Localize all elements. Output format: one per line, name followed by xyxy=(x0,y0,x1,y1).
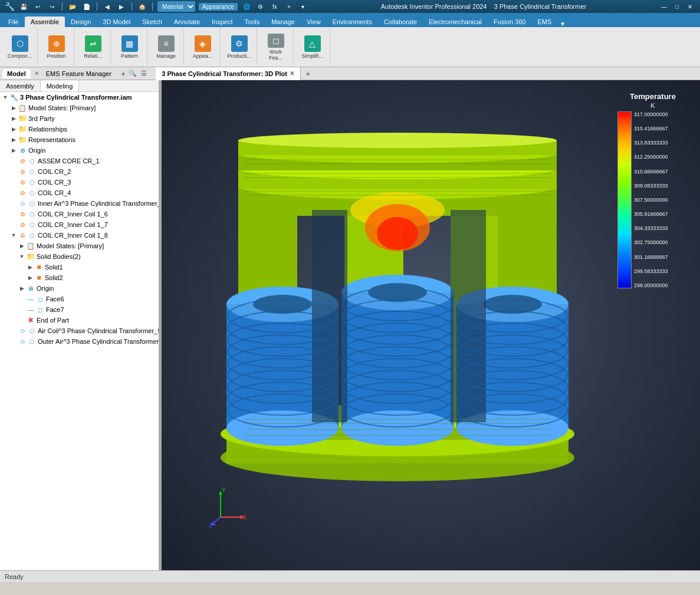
tab-sketch[interactable]: Sketch xyxy=(136,17,168,27)
minimize-btn[interactable]: — xyxy=(659,1,669,12)
tree-item-inner-air[interactable]: ⚙ ⬡ Inner Air^3 Phase Cylindrical Transf… xyxy=(0,198,159,209)
panel-tab-add[interactable]: + xyxy=(121,69,126,78)
gear-icon[interactable]: ⚙ xyxy=(255,1,266,12)
tab-file[interactable]: File xyxy=(2,17,25,27)
appearance-button[interactable]: ◈ Appea... xyxy=(190,33,216,61)
fx-btn[interactable]: fx xyxy=(270,1,280,12)
tree-item-origin2[interactable]: ▶ ⊕ Origin xyxy=(0,283,159,294)
tree-item-origin[interactable]: ▶ ⊕ Origin xyxy=(0,145,159,156)
separator xyxy=(62,2,63,11)
tree-item-model-states[interactable]: ▶ 📋 Model States: [Primary] xyxy=(0,103,159,113)
menu-panel-icon[interactable]: ☰ xyxy=(139,69,149,78)
tree-item-face7[interactable]: — ◻ Face7 xyxy=(0,304,159,315)
lp-tab-assembly[interactable]: Assembly xyxy=(0,80,41,91)
tab-manage[interactable]: Manage xyxy=(265,17,301,27)
component-button[interactable]: ⬡ Compon... xyxy=(7,33,33,61)
productivity-button[interactable]: ⚙ Producti... xyxy=(226,33,252,61)
expander-solid1[interactable]: ▶ xyxy=(26,264,34,270)
back-icon[interactable]: ◀ xyxy=(102,1,113,12)
tree-item-representations[interactable]: ▶ 📁 Representations xyxy=(0,134,159,145)
icon-3rdparty: 📁 xyxy=(18,114,27,123)
expander-model-states2[interactable]: ▶ xyxy=(18,243,26,249)
open-icon[interactable]: 📂 xyxy=(67,1,78,12)
tab-fusion360[interactable]: Fusion 360 xyxy=(488,17,531,27)
temp-labels: 317.00000000 315.41666667 313.83333333 3… xyxy=(632,111,668,288)
maximize-btn[interactable]: □ xyxy=(672,1,682,12)
tab-environments[interactable]: Environments xyxy=(327,17,378,27)
label-end-of-part: End of Part xyxy=(35,317,69,324)
icon-coil-cr4b: ⬡ xyxy=(27,188,37,198)
tree-item-coil-cr3[interactable]: ⚙ ⬡ COIL CR_3 xyxy=(0,177,159,188)
tab-inspect[interactable]: Inspect xyxy=(206,17,238,27)
home-icon[interactable]: 🏠 xyxy=(137,1,147,12)
tab-collaborate[interactable]: Collaborate xyxy=(378,17,423,27)
app-name: Autodesk Inventor Professional 2024 xyxy=(381,3,487,10)
tree-item-outer-air[interactable]: ⚙ ⬡ Outer Air^3 Phase Cylindrical Transf… xyxy=(0,336,159,347)
expander-coil-inner3[interactable]: ▼ xyxy=(9,232,18,238)
tree-item-coil-inner1[interactable]: ⚙ ⬡ COIL CR_Inner Coil 1_6 xyxy=(0,209,159,219)
expander-solid2[interactable]: ▶ xyxy=(26,275,34,281)
tree-item-relationships[interactable]: ▶ 📁 Relationships xyxy=(0,124,159,134)
position-button[interactable]: ⊕ Position xyxy=(44,33,70,61)
tree-item-coil-inner3[interactable]: ▼ ⚙ ⬡ COIL CR_Inner Coil 1_8 xyxy=(0,230,159,241)
ribbon-extra-dropdown[interactable]: ▼ xyxy=(560,21,566,27)
tree-item-coil-inner2[interactable]: ⚙ ⬡ COIL CR_Inner Coil 1_7 xyxy=(0,219,159,230)
expander-root[interactable]: ▼ xyxy=(1,94,9,100)
tab-view[interactable]: View xyxy=(301,17,327,27)
tree-item-coil-cr2[interactable]: ⚙ ⬡ COIL CR_2 xyxy=(0,166,159,177)
expander-3rdparty[interactable]: ▶ xyxy=(9,116,18,121)
tab-design[interactable]: Design xyxy=(65,17,97,27)
tree-item-root[interactable]: ▼ 🔧 3 Phase Cylindrical Transformer.iam xyxy=(0,92,159,103)
panel-tab-close[interactable]: ✕ xyxy=(34,70,39,77)
new-icon[interactable]: 📄 xyxy=(81,1,92,12)
close-btn[interactable]: ✕ xyxy=(685,1,695,12)
tree-item-coil-cr4[interactable]: ⚙ ⬡ COIL CR_4 xyxy=(0,188,159,198)
tree-item-assem-core[interactable]: ⚙ ⬡ ASSEM CORE CR_1 xyxy=(0,156,159,166)
dropdown-icon[interactable]: ▾ xyxy=(298,1,308,12)
label-air-coil: Air Coil^3 Phase Cylindrical Transformer… xyxy=(37,327,159,334)
pattern-button[interactable]: ▦ Pattern xyxy=(117,33,143,61)
svg-text:Z: Z xyxy=(209,522,212,529)
material-dropdown[interactable]: Material xyxy=(157,1,195,12)
tab-tools[interactable]: Tools xyxy=(239,17,266,27)
redo-icon[interactable]: ↪ xyxy=(47,1,57,12)
expander-model-states[interactable]: ▶ xyxy=(9,105,18,111)
expander-relationships[interactable]: ▶ xyxy=(9,126,18,132)
plus-icon[interactable]: + xyxy=(284,1,294,12)
lp-tab-modeling[interactable]: Modeling xyxy=(41,80,80,91)
tab-3dmodel[interactable]: 3D Model xyxy=(97,17,136,27)
expander-representations[interactable]: ▶ xyxy=(9,137,18,143)
tree-item-solid-bodies[interactable]: ▼ 📁 Solid Bodies(2) xyxy=(0,251,159,262)
simplify-button[interactable]: △ Simplifi... xyxy=(300,33,326,61)
tab-annotate[interactable]: Annotate xyxy=(168,17,206,27)
manage-button[interactable]: ≡ Manage xyxy=(153,33,179,61)
panel-tab-model[interactable]: Model xyxy=(2,69,31,78)
tree-item-model-states2[interactable]: ▶ 📋 Model States: [Primary] xyxy=(0,241,159,251)
undo-icon[interactable]: ↩ xyxy=(32,1,43,12)
tree-item-face6[interactable]: — ◻ Face6 xyxy=(0,294,159,304)
tree-item-air-coil[interactable]: ⚙ ⬡ Air Coil^3 Phase Cylindrical Transfo… xyxy=(0,326,159,336)
expander-solid-bodies[interactable]: ▼ xyxy=(18,254,26,259)
doc-tab-add[interactable]: + xyxy=(301,69,315,78)
tree-item-end-of-part[interactable]: ✖ End of Part xyxy=(0,315,159,326)
relations-button[interactable]: ⇌ Relati... xyxy=(80,33,106,61)
tab-electromechanical[interactable]: Electromechanical xyxy=(423,17,488,27)
expander-origin2[interactable]: ▶ xyxy=(18,285,26,291)
search-panel-icon[interactable]: 🔍 xyxy=(128,69,137,78)
expander-origin[interactable]: ▶ xyxy=(9,147,18,153)
doc-tab-close[interactable]: ✕ xyxy=(290,70,294,77)
panel-header: Model ✕ EMS Feature Manager + 🔍 ☰ 3 Phas… xyxy=(0,67,700,80)
doc-tab-3dplot[interactable]: 3 Phase Cylindrical Transformer: 3D Plot… xyxy=(156,67,301,80)
save-icon[interactable]: 💾 xyxy=(18,1,29,12)
model-svg xyxy=(191,92,604,505)
workfeature-button[interactable]: ◻ Work Fea... xyxy=(263,33,289,61)
tree-item-3rdparty[interactable]: ▶ 📁 3rd Party xyxy=(0,113,159,124)
globe-icon[interactable]: 🌐 xyxy=(241,1,252,12)
tree-item-solid1[interactable]: ▶ ■ Solid1 xyxy=(0,262,159,272)
tab-ems[interactable]: EMS xyxy=(531,17,557,27)
panel-tab-ems[interactable]: EMS Feature Manager xyxy=(41,69,116,78)
tree-item-solid2[interactable]: ▶ ■ Solid2 xyxy=(0,272,159,283)
viewport[interactable]: Temperature K 317.00000000 315.41666667 … xyxy=(162,80,700,570)
forward-icon[interactable]: ▶ xyxy=(116,1,127,12)
tab-assemble[interactable]: Assemble xyxy=(25,17,65,27)
